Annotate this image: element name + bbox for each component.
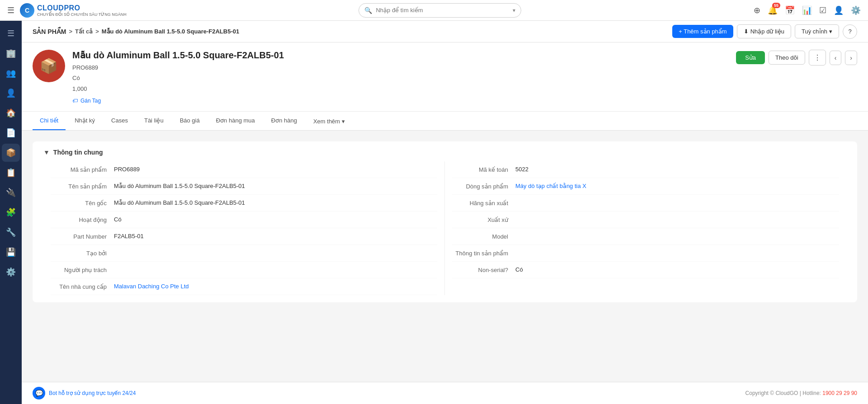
sidebar-item-tools[interactable]: 🔧	[2, 223, 20, 241]
value-dong-san-pham[interactable]: Máy dò tạp chất bằng tia X	[515, 183, 839, 189]
chat-label: Bot hỗ trợ sử dụng trực tuyến 24/24	[49, 390, 136, 396]
sidebar-item-menu[interactable]: ☰	[2, 24, 20, 42]
field-hang-san-xuat: Hãng sản xuất	[452, 195, 839, 211]
chevron-down-icon: ▾	[342, 118, 345, 125]
field-non-serial: Non-serial? Có	[452, 262, 839, 278]
left-field-col: Mã sản phẩm PRO6889 Tên sản phẩm Mẫu dò …	[43, 161, 445, 295]
tag-label[interactable]: Gán Tag	[80, 98, 101, 104]
notification-icon[interactable]: 🔔 55	[768, 5, 778, 15]
value-ten-san-pham: Mẫu dò Aluminum Ball 1.5-5.0 Square-F2AL…	[114, 183, 437, 189]
tab-xem-them[interactable]: Xem thêm ▾	[306, 113, 352, 130]
field-nguoi-phu-trach: Người phụ trách	[51, 262, 437, 278]
sidebar-item-user[interactable]: 👤	[2, 84, 20, 102]
sidebar-item-contacts[interactable]: 👥	[2, 64, 20, 82]
field-hoat-dong: Hoạt động Có	[51, 211, 437, 228]
next-record-button[interactable]: ›	[845, 51, 857, 65]
top-navigation: ☰ C CLOUDPRO CHUYỂN ĐỔI SỐ CHUYÊN SÂU TỪ…	[0, 0, 868, 21]
product-code: PRO6889	[72, 62, 729, 73]
calendar-icon[interactable]: 📅	[785, 5, 795, 15]
hamburger-menu-icon[interactable]: ☰	[7, 5, 14, 15]
sidebar-item-settings[interactable]: ⚙️	[2, 263, 20, 281]
product-quantity: 1,000	[72, 84, 729, 94]
logo-subtitle: CHUYỂN ĐỔI SỐ CHUYÊN SÂU TỪNG NGÀNH	[37, 13, 127, 17]
search-bar[interactable]: 🔍 ▾	[359, 3, 521, 18]
tab-nhat-ky[interactable]: Nhật ký	[67, 112, 102, 130]
footer-copyright: Copyright © CloudGO | Hotline: 1900 29 2…	[745, 390, 857, 396]
add-product-button[interactable]: + Thêm sản phẩm	[672, 25, 733, 38]
product-header: 📦 Mẫu dò Aluminum Ball 1.5-5.0 Square-F2…	[22, 42, 868, 112]
sidebar-item-list[interactable]: 📋	[2, 164, 20, 182]
value-ma-san-pham: PRO6889	[114, 166, 437, 173]
hotline-link[interactable]: 1900 29 29 90	[822, 390, 857, 396]
more-options-button[interactable]: ⋮	[809, 50, 826, 66]
prev-record-button[interactable]: ‹	[830, 51, 842, 65]
tab-tai-lieu[interactable]: Tài liệu	[137, 112, 171, 130]
field-tao-boi: Tạo bởi	[51, 245, 437, 262]
tag-row[interactable]: 🏷 Gán Tag	[72, 98, 729, 104]
tab-chi-tiet[interactable]: Chi tiết	[33, 112, 66, 130]
field-part-number: Part Number F2ALB5-01	[51, 228, 437, 245]
field-ten-nha-cung-cap: Tên nhà cung cấp Malavan Daching Co Pte …	[51, 278, 437, 295]
product-meta: PRO6889 Có 1,000	[72, 62, 729, 94]
tab-don-hang[interactable]: Đơn hàng	[264, 112, 304, 130]
value-ten-goc: Mẫu dò Aluminum Ball 1.5-5.0 Square-F2AL…	[114, 199, 437, 206]
value-hoat-dong: Có	[114, 216, 437, 223]
value-part-number: F2ALB5-01	[114, 233, 437, 240]
logo-name: CLOUDPRO	[37, 4, 127, 12]
sidebar-item-warehouse[interactable]: 🏠	[2, 104, 20, 122]
search-dropdown-icon[interactable]: ▾	[513, 7, 515, 14]
field-ma-san-pham: Mã sản phẩm PRO6889	[51, 161, 437, 178]
add-icon[interactable]: ⊕	[754, 5, 760, 15]
notification-badge: 55	[772, 3, 780, 8]
tag-icon: 🏷	[72, 98, 78, 104]
follow-button[interactable]: Theo dõi	[769, 51, 805, 65]
content-area: ▼ Thông tin chung Mã sản phẩm PRO6889 Tê…	[22, 131, 868, 404]
chart-icon[interactable]: 📊	[802, 5, 812, 15]
main-content: SẢN PHẨM > Tất cả > Mẫu dò Aluminum Ball…	[22, 21, 868, 404]
import-data-button[interactable]: ⬇ Nhập dữ liệu	[737, 24, 791, 38]
breadcrumb-level2[interactable]: Tất cả	[75, 28, 93, 35]
edit-button[interactable]: Sửa	[736, 51, 765, 64]
tab-bao-gia[interactable]: Báo giá	[173, 112, 207, 130]
sidebar-item-storage[interactable]: 💾	[2, 243, 20, 261]
sidebar: ☰ 🏢 👥 👤 🏠 📄 📦 📋 🔌 🧩 🔧 💾 ⚙️	[0, 21, 22, 404]
footer: 💬 Bot hỗ trợ sử dụng trực tuyến 24/24 Co…	[22, 382, 868, 404]
right-field-col: Mã kế toán 5022 Dòng sản phẩm Máy dò tạp…	[445, 161, 846, 295]
sidebar-item-plugin[interactable]: 🔌	[2, 183, 20, 202]
field-dong-san-pham: Dòng sản phẩm Máy dò tạp chất bằng tia X	[452, 178, 839, 195]
breadcrumb-root[interactable]: SẢN PHẨM	[33, 28, 66, 35]
chevron-down-icon: ▾	[829, 28, 832, 35]
collapse-arrow-icon: ▼	[43, 149, 50, 156]
search-icon: 🔍	[364, 7, 372, 14]
help-button[interactable]: ?	[843, 24, 857, 39]
sidebar-item-products[interactable]: 📦	[2, 144, 20, 162]
breadcrumb: SẢN PHẨM > Tất cả > Mẫu dò Aluminum Ball…	[33, 28, 239, 35]
customize-button[interactable]: Tuỳ chỉnh ▾	[795, 24, 839, 38]
sidebar-item-puzzle[interactable]: 🧩	[2, 203, 20, 221]
breadcrumb-sep1: >	[69, 28, 72, 35]
field-ma-ke-toan: Mã kế toán 5022	[452, 161, 839, 178]
field-ten-goc: Tên gốc Mẫu dò Aluminum Ball 1.5-5.0 Squ…	[51, 195, 437, 211]
logo: C CLOUDPRO CHUYỂN ĐỔI SỐ CHUYÊN SÂU TỪNG…	[20, 3, 127, 18]
logo-icon: C	[20, 3, 34, 18]
section-header[interactable]: ▼ Thông tin chung	[43, 149, 846, 156]
breadcrumb-current: Mẫu dò Aluminum Ball 1.5-5.0 Square-F2AL…	[102, 28, 239, 35]
task-icon[interactable]: ☑	[819, 5, 826, 15]
value-ma-ke-toan: 5022	[515, 166, 839, 173]
tab-don-hang-mua[interactable]: Đơn hàng mua	[209, 112, 262, 130]
sidebar-item-building[interactable]: 🏢	[2, 44, 20, 62]
value-non-serial: Có	[515, 266, 839, 273]
profile-icon[interactable]: 👤	[834, 5, 844, 15]
breadcrumb-sep2: >	[95, 28, 99, 35]
field-xuat-xu: Xuất xứ	[452, 211, 839, 228]
settings-icon[interactable]: ⚙️	[851, 5, 861, 15]
product-title: Mẫu dò Aluminum Ball 1.5-5.0 Square-F2AL…	[72, 50, 729, 61]
sidebar-item-document[interactable]: 📄	[2, 124, 20, 142]
chat-support[interactable]: 💬 Bot hỗ trợ sử dụng trực tuyến 24/24	[33, 387, 136, 399]
field-ten-san-pham: Tên sản phẩm Mẫu dò Aluminum Ball 1.5-5.…	[51, 178, 437, 195]
import-icon: ⬇	[744, 28, 749, 35]
product-avatar-icon: 📦	[40, 57, 58, 75]
search-input[interactable]	[376, 7, 513, 14]
tab-cases[interactable]: Cases	[104, 112, 135, 130]
value-ten-nha-cung-cap[interactable]: Malavan Daching Co Pte Ltd	[114, 283, 437, 290]
